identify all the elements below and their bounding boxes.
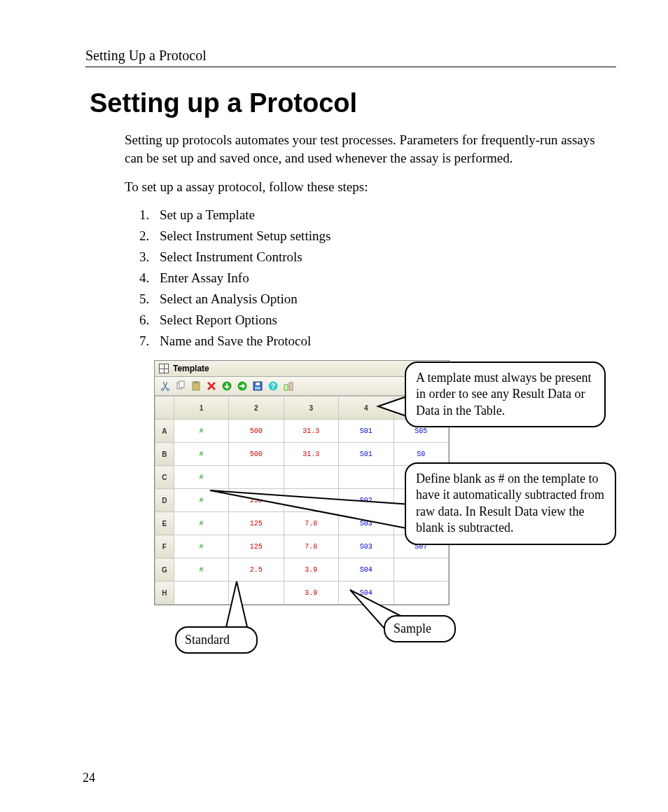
save-icon[interactable] bbox=[251, 380, 264, 392]
svg-rect-13 bbox=[284, 385, 288, 390]
svg-point-0 bbox=[161, 388, 163, 390]
cell-C4[interactable] bbox=[339, 466, 394, 489]
col-header-2[interactable]: 2 bbox=[229, 397, 284, 420]
cell-A3[interactable]: 31.3 bbox=[284, 420, 339, 443]
cell-C3[interactable] bbox=[284, 466, 339, 489]
col-header-3[interactable]: 3 bbox=[284, 397, 339, 420]
row-header-E[interactable]: E bbox=[155, 512, 174, 535]
col-header-1[interactable]: 1 bbox=[174, 397, 228, 420]
svg-text:?: ? bbox=[271, 383, 275, 390]
svg-rect-9 bbox=[256, 383, 260, 385]
svg-rect-10 bbox=[255, 387, 260, 390]
svg-rect-3 bbox=[179, 381, 184, 387]
cell-A2[interactable]: 500 bbox=[229, 420, 284, 443]
cut-icon[interactable] bbox=[159, 380, 172, 392]
panel-title: Template bbox=[173, 364, 209, 373]
delete-icon[interactable] bbox=[205, 380, 218, 392]
grid-corner bbox=[155, 397, 174, 420]
help-icon[interactable]: ? bbox=[267, 380, 279, 392]
page-number: 24 bbox=[83, 771, 95, 785]
cell-H1[interactable] bbox=[174, 582, 228, 605]
cell-C1[interactable]: # bbox=[174, 466, 228, 489]
step-2: Select Instrument Setup settings bbox=[153, 228, 616, 244]
cell-B2[interactable]: 500 bbox=[229, 443, 284, 466]
cell-C2[interactable] bbox=[229, 466, 284, 489]
step-3: Select Instrument Controls bbox=[153, 249, 616, 265]
down-arrow-icon[interactable] bbox=[221, 380, 233, 392]
row-header-D[interactable]: D bbox=[155, 489, 174, 512]
cell-G2[interactable]: 2.5 bbox=[229, 558, 284, 582]
cell-B4[interactable]: S01 bbox=[339, 443, 394, 466]
wizard-icon[interactable] bbox=[282, 380, 295, 392]
cell-F3[interactable]: 7.8 bbox=[284, 535, 339, 558]
page-title: Setting up a Protocol bbox=[90, 88, 616, 118]
cell-F1[interactable]: # bbox=[174, 535, 228, 558]
step-4: Enter Assay Info bbox=[153, 270, 616, 286]
callout-sample: Sample bbox=[384, 615, 456, 642]
copy-icon[interactable] bbox=[174, 380, 187, 392]
step-5: Select an Analysis Option bbox=[153, 291, 616, 307]
callout-standard: Standard bbox=[175, 626, 258, 654]
cell-F4[interactable]: S03 bbox=[339, 535, 394, 558]
cell-G3[interactable]: 3.9 bbox=[284, 558, 339, 582]
step-6: Select Report Options bbox=[153, 312, 616, 328]
svg-point-1 bbox=[167, 388, 169, 390]
row-header-G[interactable]: G bbox=[155, 558, 174, 582]
intro-paragraph-1: Setting up protocols automates your test… bbox=[125, 131, 616, 167]
cell-H3[interactable]: 3.9 bbox=[284, 582, 339, 605]
cell-F2[interactable]: 125 bbox=[229, 535, 284, 558]
intro-paragraph-2: To set up a assay protocol, follow these… bbox=[125, 178, 616, 196]
cell-A1[interactable]: # bbox=[174, 420, 228, 443]
callout-middle: Define blank as # on the template to hav… bbox=[405, 462, 616, 545]
svg-marker-16 bbox=[210, 490, 410, 529]
grid-icon bbox=[159, 364, 169, 373]
svg-rect-5 bbox=[195, 381, 197, 383]
row-header-C[interactable]: C bbox=[155, 466, 174, 489]
row-header-F[interactable]: F bbox=[155, 535, 174, 558]
paste-icon[interactable] bbox=[190, 380, 202, 392]
svg-rect-14 bbox=[289, 383, 293, 390]
row-header-H[interactable]: H bbox=[155, 582, 174, 605]
row-header-A[interactable]: A bbox=[155, 420, 174, 443]
callout-top: A template must always be present in ord… bbox=[405, 362, 606, 427]
cell-G1[interactable]: # bbox=[174, 558, 228, 582]
step-7: Name and Save the Protocol bbox=[153, 333, 616, 349]
running-header: Setting Up a Protocol bbox=[85, 48, 616, 67]
cell-B3[interactable]: 31.3 bbox=[284, 443, 339, 466]
callout-middle-pointer bbox=[210, 490, 413, 532]
cell-G4[interactable]: S04 bbox=[339, 558, 394, 582]
right-arrow-icon[interactable] bbox=[236, 380, 249, 392]
cell-B1[interactable]: # bbox=[174, 443, 228, 466]
cell-G5[interactable] bbox=[394, 558, 448, 582]
row-header-B[interactable]: B bbox=[155, 443, 174, 466]
step-1: Set up a Template bbox=[153, 207, 616, 223]
